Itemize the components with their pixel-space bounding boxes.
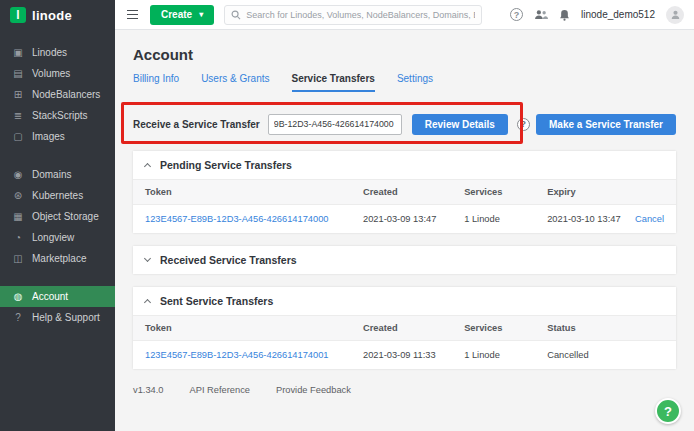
sidebar-nav: ▣ Linodes ▤ Volumes ⊞ NodeBalancers ≣ St…	[0, 30, 115, 328]
bell-icon	[559, 9, 570, 21]
create-button-label: Create	[161, 9, 192, 20]
hamburger-menu-icon[interactable]	[125, 8, 140, 22]
receive-transfer-label: Receive a Service Transfer	[133, 119, 260, 130]
linodes-icon: ▣	[12, 48, 24, 58]
tab-users-grants[interactable]: Users & Grants	[201, 73, 269, 92]
search-input[interactable]	[246, 10, 475, 20]
column-token: Token	[145, 323, 363, 333]
column-created: Created	[363, 187, 464, 197]
marketplace-icon: ◫	[12, 254, 24, 264]
cancel-transfer-link[interactable]: Cancel	[635, 214, 664, 224]
help-support-icon: ?	[12, 313, 24, 323]
avatar[interactable]	[666, 6, 684, 24]
sidebar-group-divider	[0, 269, 115, 286]
pending-token-link[interactable]: 123E4567-E89B-12D3-A456-426614174000	[145, 214, 329, 224]
sidebar-item-volumes[interactable]: ▤ Volumes	[0, 63, 115, 84]
make-service-transfer-button[interactable]: Make a Service Transfer	[536, 114, 676, 135]
sidebar-item-account[interactable]: ◍ Account	[0, 286, 115, 307]
transfer-token-input[interactable]	[268, 114, 402, 135]
linode-logo[interactable]: l linode	[0, 0, 115, 30]
sidebar-item-label: Kubernetes	[32, 190, 83, 201]
search-box	[224, 5, 482, 25]
pending-expiry-cell: 2021-03-10 13:47	[547, 214, 620, 224]
provide-feedback-link[interactable]: Provide Feedback	[276, 385, 351, 395]
pending-created-cell: 2021-03-09 13:47	[363, 214, 464, 224]
page-content: Account Billing Info Users & Grants Serv…	[115, 30, 694, 431]
sidebar-item-longview[interactable]: ◔ Longview	[0, 227, 115, 248]
sent-token-link[interactable]: 123E4567-E89B-12D3-A456-426614174001	[145, 350, 329, 360]
stackscripts-icon: ≣	[12, 111, 24, 121]
pending-section-title: Pending Service Transfers	[160, 159, 292, 171]
help-button[interactable]: ?	[510, 8, 523, 21]
transfer-help-icon[interactable]: ?	[517, 118, 530, 131]
sent-section-toggle[interactable]: Sent Service Transfers	[133, 287, 676, 315]
footer: v1.34.0 API Reference Provide Feedback	[133, 369, 676, 407]
domains-icon: ◉	[12, 170, 24, 180]
sidebar-item-label: Object Storage	[32, 211, 99, 222]
sidebar-item-images[interactable]: ▢ Images	[0, 126, 115, 147]
sidebar-item-label: StackScripts	[32, 110, 88, 121]
tab-settings[interactable]: Settings	[397, 73, 433, 92]
received-section-title: Received Service Transfers	[160, 254, 297, 266]
chevron-down-icon	[144, 255, 151, 262]
table-row: 123E4567-E89B-12D3-A456-426614174000 202…	[133, 205, 676, 233]
tab-billing-info[interactable]: Billing Info	[133, 73, 179, 92]
column-expiry: Expiry	[547, 187, 664, 197]
sidebar-item-linodes[interactable]: ▣ Linodes	[0, 42, 115, 63]
sidebar-item-stackscripts[interactable]: ≣ StackScripts	[0, 105, 115, 126]
sidebar-item-label: Help & Support	[32, 312, 100, 323]
pending-transfers-section: Pending Service Transfers Token Created …	[133, 151, 676, 233]
longview-icon: ◔	[12, 233, 24, 243]
sent-created-cell: 2021-03-09 11:33	[363, 350, 464, 360]
account-icon: ◍	[12, 292, 24, 302]
help-chat-icon: ?	[664, 404, 672, 419]
sent-status-cell: Cancelled	[547, 350, 664, 360]
column-services: Services	[464, 187, 547, 197]
notifications-button[interactable]	[559, 9, 570, 21]
sidebar-item-marketplace[interactable]: ◫ Marketplace	[0, 248, 115, 269]
chevron-down-icon: ▾	[199, 10, 203, 19]
object-storage-icon: ▦	[12, 212, 24, 222]
review-details-button[interactable]: Review Details	[412, 114, 508, 135]
received-section-toggle[interactable]: Received Service Transfers	[133, 246, 676, 274]
pending-section-toggle[interactable]: Pending Service Transfers	[133, 151, 676, 179]
topbar-right: ? linode_demo512	[510, 6, 684, 24]
sidebar-item-nodebalancers[interactable]: ⊞ NodeBalancers	[0, 84, 115, 105]
tab-service-transfers[interactable]: Service Transfers	[292, 73, 375, 92]
sidebar-item-object-storage[interactable]: ▦ Object Storage	[0, 206, 115, 227]
sidebar-group-divider	[0, 147, 115, 164]
chevron-up-icon	[144, 299, 151, 306]
api-reference-link[interactable]: API Reference	[190, 385, 250, 395]
pending-services-cell: 1 Linode	[464, 214, 547, 224]
column-status: Status	[547, 323, 664, 333]
chevron-up-icon	[144, 163, 151, 170]
receive-transfer-form: Receive a Service Transfer Review Detail…	[133, 110, 676, 138]
sent-section-title: Sent Service Transfers	[160, 295, 273, 307]
community-button[interactable]	[534, 9, 548, 20]
avatar-person-icon	[670, 9, 681, 20]
main-area: Create ▾ ? linode_demo512	[115, 0, 694, 431]
table-row: 123E4567-E89B-12D3-A456-426614174001 202…	[133, 341, 676, 369]
sidebar-item-label: Domains	[32, 169, 71, 180]
images-icon: ▢	[12, 132, 24, 142]
create-button[interactable]: Create ▾	[150, 5, 214, 25]
username-menu[interactable]: linode_demo512	[581, 9, 655, 20]
sidebar-item-help-support[interactable]: ? Help & Support	[0, 307, 115, 328]
sidebar-item-label: Marketplace	[32, 253, 86, 264]
column-services: Services	[464, 323, 547, 333]
sent-services-cell: 1 Linode	[464, 350, 547, 360]
search-icon	[231, 10, 241, 20]
pending-table-header: Token Created Services Expiry	[133, 179, 676, 205]
sidebar-item-kubernetes[interactable]: ⊛ Kubernetes	[0, 185, 115, 206]
community-icon	[534, 9, 548, 20]
version-label: v1.34.0	[133, 385, 164, 395]
sidebar-item-domains[interactable]: ◉ Domains	[0, 164, 115, 185]
column-token: Token	[145, 187, 363, 197]
sidebar-item-label: Longview	[32, 232, 74, 243]
tab-bar: Billing Info Users & Grants Service Tran…	[133, 73, 676, 92]
help-chat-button[interactable]: ?	[655, 398, 681, 424]
linode-logo-icon: l	[10, 7, 26, 23]
sidebar-item-label: Linodes	[32, 47, 67, 58]
sidebar-item-label: NodeBalancers	[32, 89, 100, 100]
topbar: Create ▾ ? linode_demo512	[115, 0, 694, 30]
